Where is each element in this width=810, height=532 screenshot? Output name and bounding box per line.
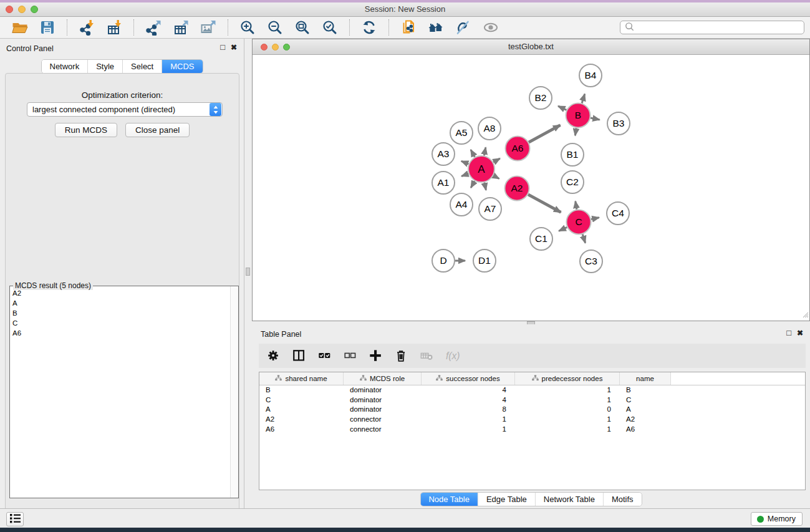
cell-successor-nodes[interactable]: 8 — [422, 405, 515, 415]
graph-node-B4[interactable]: B4 — [579, 64, 602, 87]
export-network-icon[interactable] — [144, 18, 163, 37]
table-tab-motifs[interactable]: Motifs — [604, 493, 642, 506]
open-file-icon[interactable] — [11, 18, 29, 37]
edge-A-A8[interactable] — [484, 147, 486, 155]
table-tab-edge-table[interactable]: Edge Table — [478, 493, 536, 506]
graph-node-B[interactable]: B — [566, 104, 591, 128]
result-item[interactable]: A2 — [10, 288, 229, 298]
cell-successor-nodes[interactable]: 4 — [422, 395, 515, 405]
cell-shared-name[interactable]: A — [259, 405, 344, 415]
home-icon[interactable] — [427, 18, 445, 37]
column-header-MCDS-role[interactable]: MCDS role — [344, 372, 422, 385]
import-table-icon[interactable] — [105, 18, 123, 37]
column-header-shared-name[interactable]: shared name — [259, 372, 344, 385]
edge-A-A1[interactable] — [461, 173, 468, 176]
network-window-titlebar[interactable]: testGlobe.txt — [253, 39, 809, 55]
cell-predecessor-nodes[interactable]: 1 — [515, 415, 620, 425]
table-row[interactable]: A2connector11A2 — [259, 415, 805, 425]
table-row[interactable]: A6connector11A6 — [259, 425, 805, 435]
tab-select[interactable]: Select — [123, 60, 162, 73]
cell-predecessor-nodes[interactable]: 1 — [515, 425, 620, 435]
cell-MCDS-role[interactable]: dominator — [344, 395, 422, 405]
vertical-splitter-handle[interactable] — [246, 268, 250, 276]
graph-node-B3[interactable]: B3 — [607, 112, 630, 135]
cell-shared-name[interactable]: C — [259, 395, 344, 405]
refresh-network-icon[interactable] — [360, 18, 378, 37]
graph-node-A4[interactable]: A4 — [450, 193, 473, 216]
table-tab-network-table[interactable]: Network Table — [536, 493, 604, 506]
cell-predecessor-nodes[interactable]: 1 — [515, 395, 620, 405]
edge-C-C1[interactable] — [559, 227, 567, 231]
zoom-fit-icon[interactable] — [293, 18, 312, 37]
result-item[interactable]: C — [10, 318, 229, 328]
paint-icon[interactable] — [454, 18, 473, 37]
node-table[interactable]: shared nameMCDS rolesuccessor nodesprede… — [259, 372, 806, 490]
column-header-successor-nodes[interactable]: successor nodes — [422, 372, 515, 385]
zoom-in-icon[interactable] — [238, 18, 257, 37]
close-panel-button[interactable]: Close panel — [125, 123, 190, 137]
import-network-icon[interactable] — [77, 18, 96, 37]
graph-node-C[interactable]: C — [567, 210, 591, 235]
edge-A-A7[interactable] — [485, 182, 486, 190]
cell-name[interactable]: C — [620, 395, 671, 405]
graph-node-D1[interactable]: D1 — [473, 249, 496, 272]
split-view-icon[interactable] — [292, 349, 307, 364]
cell-predecessor-nodes[interactable]: 0 — [515, 405, 620, 415]
cell-MCDS-role[interactable]: dominator — [344, 385, 422, 395]
cell-name[interactable]: A6 — [620, 425, 671, 435]
tab-network[interactable]: Network — [41, 60, 88, 73]
edge-A-A6[interactable] — [493, 158, 500, 162]
table-tab-node-table[interactable]: Node Table — [420, 493, 478, 506]
gear-icon[interactable] — [266, 349, 281, 364]
edge-A-A3[interactable] — [461, 161, 469, 164]
cell-shared-name[interactable]: B — [259, 385, 344, 395]
mcds-result-list[interactable]: A2ABCA6 — [10, 288, 229, 498]
run-mcds-button[interactable]: Run MCDS — [55, 123, 117, 137]
float-panel-icon[interactable]: □ — [220, 42, 225, 52]
edge-A-A2[interactable] — [493, 176, 499, 179]
checked-boxes-icon[interactable] — [317, 349, 332, 364]
duplicate-network-icon[interactable] — [399, 18, 418, 37]
criterion-select[interactable]: largest connected component (directed) — [27, 102, 223, 117]
zoom-out-icon[interactable] — [266, 18, 284, 37]
close-panel-icon[interactable]: ✖ — [231, 42, 237, 52]
cell-successor-nodes[interactable]: 1 — [422, 425, 515, 435]
close-window-button[interactable] — [6, 6, 13, 13]
graph-node-C3[interactable]: C3 — [580, 250, 602, 273]
graph-node-C2[interactable]: C2 — [561, 171, 584, 193]
column-header-predecessor-nodes[interactable]: predecessor nodes — [515, 372, 620, 385]
resize-grip-icon[interactable] — [801, 311, 809, 320]
result-item[interactable]: A6 — [10, 328, 229, 338]
add-icon[interactable] — [369, 349, 383, 364]
export-image-icon[interactable] — [199, 18, 218, 37]
graph-node-C1[interactable]: C1 — [530, 228, 552, 250]
result-scrollbar[interactable] — [230, 286, 238, 498]
edge-A6-B[interactable] — [529, 125, 560, 143]
table-row[interactable]: Adominator80A — [259, 405, 805, 415]
export-table-icon[interactable] — [171, 18, 190, 37]
column-header-name[interactable]: name — [620, 372, 671, 385]
edge-B-B3[interactable] — [591, 118, 600, 120]
eye-icon[interactable] — [481, 18, 500, 37]
close-table-panel-icon[interactable]: ✖ — [797, 328, 803, 338]
cell-MCDS-role[interactable]: connector — [344, 415, 422, 425]
save-session-icon[interactable] — [38, 18, 57, 37]
zoom-network-button[interactable] — [283, 44, 290, 51]
search-box[interactable] — [620, 21, 804, 34]
graph-node-A7[interactable]: A7 — [479, 198, 501, 220]
memory-button[interactable]: Memory — [751, 512, 803, 526]
cell-successor-nodes[interactable]: 1 — [422, 415, 515, 425]
graph-node-A[interactable]: A — [468, 156, 494, 182]
graph-node-C4[interactable]: C4 — [607, 202, 629, 225]
task-history-button[interactable] — [6, 512, 24, 526]
edge-C-C3[interactable] — [582, 235, 585, 243]
close-network-button[interactable] — [261, 44, 268, 51]
cell-name[interactable]: A — [620, 405, 671, 415]
edge-C-C2[interactable] — [576, 201, 577, 210]
graph-node-A1[interactable]: A1 — [432, 172, 455, 194]
graph-node-A3[interactable]: A3 — [432, 143, 455, 165]
search-input[interactable] — [635, 22, 804, 33]
edge-A-A4[interactable] — [471, 181, 475, 188]
graph-node-A2[interactable]: A2 — [505, 177, 529, 201]
cell-shared-name[interactable]: A6 — [259, 425, 344, 435]
